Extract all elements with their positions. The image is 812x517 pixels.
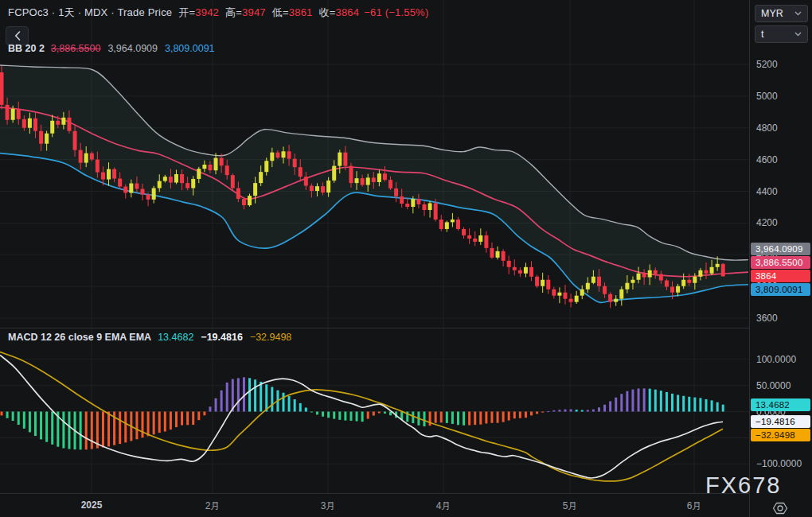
bbvals-upper: 3,964.0909: [107, 43, 158, 54]
ohlc-label: 开=: [178, 6, 195, 18]
macdvals-histogram: 13.4682: [158, 332, 193, 343]
price-scale-column[interactable]: MYR t 5200500048004600440042004000380036…: [749, 0, 812, 517]
price-badge: −19.4816: [751, 415, 810, 428]
symbol-header[interactable]: FCPOc3 · 1天 · MDX · Trade Price开=3942高=3…: [8, 6, 428, 20]
axis-tick-label: 100.0000: [756, 354, 796, 365]
axis-tick-label: 5200: [756, 59, 778, 70]
price-badge: 3,886.5500: [751, 256, 810, 269]
ohlc-values: 开=3942高=3947低=3861收=3864: [172, 6, 359, 18]
currency-dropdown[interactable]: MYR: [755, 5, 808, 22]
unit-value: t: [761, 29, 763, 40]
bb-legend-title: BB 20 2: [8, 43, 45, 54]
axis-tick-label: 4200: [756, 217, 778, 228]
pane-separator[interactable]: [0, 328, 812, 328]
axis-tick-label: 4600: [756, 154, 778, 165]
unit-dropdown[interactable]: t: [755, 25, 808, 43]
axis-tick-label: 50.0000: [756, 380, 791, 391]
time-axis-label: 3月: [321, 500, 336, 513]
macd-legend-title: MACD 12 26 close 9 EMA EMA: [8, 332, 151, 343]
symbol-title: FCPOc3 · 1天 · MDX · Trade Price: [8, 6, 172, 18]
ohlc-value: 3861: [289, 6, 313, 18]
axis-tick-label: 4800: [756, 122, 778, 134]
chevron-down-icon: [794, 32, 802, 37]
macd-legend[interactable]: MACD 12 26 close 9 EMA EMA13.4682−19.481…: [8, 332, 299, 343]
watermark: FX678: [705, 472, 781, 499]
ohlc-value: 3947: [242, 6, 266, 18]
ohlc-label: 低=: [272, 6, 289, 18]
trading-chart-app: FCPOc3 · 1天 · MDX · Trade Price开=3942高=3…: [0, 0, 812, 517]
macdvals-macd: −19.4816: [201, 332, 242, 343]
time-axis-label: 2月: [205, 500, 221, 513]
price-badge: 13.4682: [751, 398, 810, 411]
ohlc-value: 3942: [195, 6, 219, 18]
axis-tick-label: −100.0000: [756, 458, 802, 469]
currency-value: MYR: [761, 8, 783, 19]
bbvals-basis: 3,886.5500: [51, 43, 101, 54]
time-axis[interactable]: 20252月3月4月5月6月: [0, 494, 749, 517]
bbvals-lower: 3,809.0091: [165, 43, 215, 54]
time-axis-label: 6月: [687, 500, 702, 513]
change-value: −61 (−1.55%): [364, 6, 428, 18]
bb-legend[interactable]: BB 20 23,886.55003,964.09093,809.0091: [8, 43, 222, 54]
axis-tick-label: 3600: [756, 313, 778, 324]
ohlc-label: 收=: [319, 6, 336, 18]
time-axis-label: 2025: [81, 500, 103, 511]
ohlc-label: 高=: [225, 6, 242, 18]
chevron-down-icon: [794, 11, 802, 16]
price-badge: 3,809.0091: [751, 283, 810, 296]
settings-icon: [772, 501, 788, 515]
price-badge: 3864: [751, 270, 810, 282]
price-badge: −32.9498: [751, 429, 810, 441]
macdvals-signal: −32.9498: [250, 332, 291, 343]
time-axis-label: 5月: [563, 500, 578, 513]
ohlc-value: 3864: [336, 6, 360, 18]
axis-tick-label: 5000: [756, 91, 778, 102]
axis-tick-label: 4400: [756, 186, 778, 197]
time-axis-separator: [0, 493, 812, 494]
chart-canvas[interactable]: [0, 0, 749, 517]
bollinger-band: [0, 65, 748, 302]
settings-button[interactable]: [771, 500, 790, 516]
chevron-left-icon: [14, 31, 21, 41]
time-axis-label: 4月: [436, 500, 451, 513]
price-badge: 3,964.0909: [751, 243, 810, 255]
